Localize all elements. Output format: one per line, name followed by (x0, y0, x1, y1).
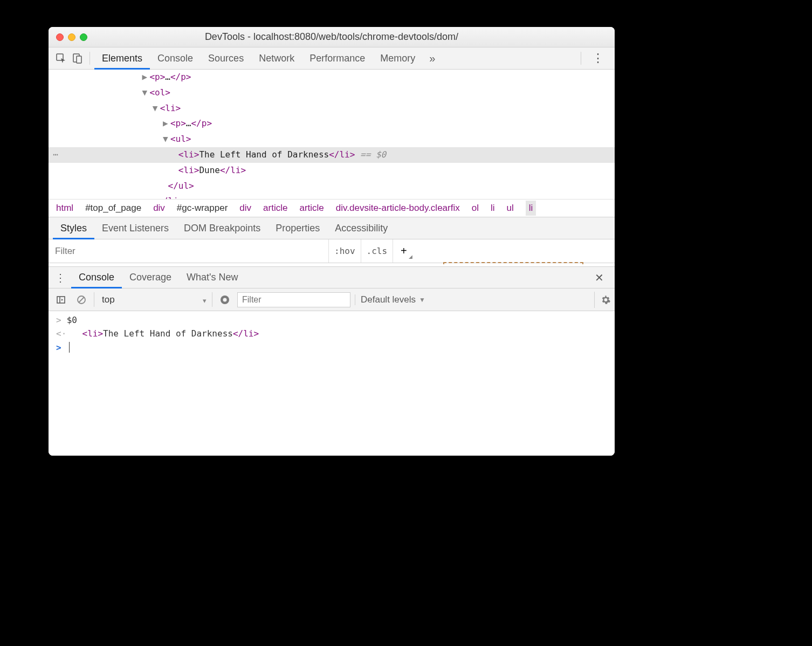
tab-dom-breakpoints[interactable]: DOM Breakpoints (176, 217, 268, 239)
minimize-window-button[interactable] (68, 33, 75, 41)
settings-menu-icon[interactable]: ⋮ (586, 51, 610, 65)
dropdown-indicator-icon: ◢ (409, 254, 412, 259)
tab-console[interactable]: Console (150, 47, 201, 70)
titlebar: DevTools - localhost:8080/web/tools/chro… (49, 27, 615, 47)
more-tabs-button[interactable]: » (423, 52, 442, 65)
crumb-top-of-page[interactable]: #top_of_page (85, 203, 141, 214)
traffic-lights (49, 33, 87, 41)
input-chevron-icon: > (56, 315, 61, 325)
console-filter-input[interactable] (237, 292, 350, 307)
hov-toggle[interactable]: :hov (329, 239, 361, 263)
tab-event-listeners[interactable]: Event Listeners (94, 217, 176, 239)
dom-node[interactable]: ▶<p>…</p> (49, 70, 615, 85)
tab-accessibility[interactable]: Accessibility (327, 217, 395, 239)
svg-rect-2 (77, 56, 81, 63)
tab-performance[interactable]: Performance (302, 47, 373, 70)
crumb-gc-wrapper[interactable]: #gc-wrapper (177, 203, 228, 214)
console-input-line[interactable]: > $0 (49, 313, 615, 327)
chevron-down-icon: ▼ (419, 296, 425, 304)
log-levels-selector[interactable]: Default levels ▼ (355, 294, 431, 305)
close-window-button[interactable] (56, 33, 64, 41)
console-sidebar-toggle-icon[interactable] (53, 292, 69, 308)
styles-filter-row: :hov .cls +◢ (49, 239, 615, 263)
crumb-ul[interactable]: ul (507, 203, 514, 214)
console-settings-icon[interactable] (594, 292, 610, 308)
styles-tab-bar: Styles Event Listeners DOM Breakpoints P… (49, 217, 615, 239)
console-output-line[interactable]: <· <li>The Left Hand of Darkness</li> (49, 327, 615, 340)
crumb-article[interactable]: article (299, 203, 324, 214)
svg-rect-3 (57, 297, 65, 303)
styles-content (49, 263, 615, 266)
separator (90, 52, 90, 65)
crumb-ol[interactable]: ol (472, 203, 479, 214)
drawer-tab-bar: ⋮ Console Coverage What's New ✕ (49, 266, 615, 288)
prompt-chevron-icon: > (56, 342, 61, 353)
tab-network[interactable]: Network (251, 47, 302, 70)
devtools-window: DevTools - localhost:8080/web/tools/chro… (49, 27, 615, 456)
svg-line-6 (79, 297, 84, 303)
separator (581, 52, 581, 65)
crumb-div[interactable]: div (239, 203, 251, 214)
box-model-preview (443, 262, 583, 264)
drawer-tab-console[interactable]: Console (71, 266, 122, 288)
live-expression-icon[interactable] (217, 292, 233, 308)
window-title: DevTools - localhost:8080/web/tools/chro… (49, 31, 615, 43)
crumb-div[interactable]: div (153, 203, 165, 214)
crumb-li[interactable]: li (491, 203, 495, 214)
console-prompt-line[interactable]: > (49, 340, 615, 354)
text-cursor (69, 342, 70, 353)
dom-node[interactable]: </li> (49, 194, 615, 199)
tab-properties[interactable]: Properties (268, 217, 327, 239)
plus-icon: + (401, 245, 407, 257)
dom-node[interactable]: ▼<ul> (49, 132, 615, 147)
drawer-tab-coverage[interactable]: Coverage (122, 266, 179, 288)
context-select[interactable]: top (98, 292, 128, 307)
elements-tree[interactable]: ▶<p>…</p> ▼<ol> ▼<li> ▶<p>…</p> ▼<ul> <l… (49, 70, 615, 199)
drawer-tab-whats-new[interactable]: What's New (179, 266, 245, 288)
crumb-li-selected[interactable]: li (526, 201, 536, 216)
tab-sources[interactable]: Sources (201, 47, 251, 70)
dom-node[interactable]: </ul> (49, 178, 615, 194)
breadcrumb: html #top_of_page div #gc-wrapper div ar… (49, 199, 615, 217)
dom-node-selected[interactable]: <li>The Left Hand of Darkness</li> == $0 (49, 147, 615, 163)
console-input-text: $0 (67, 315, 77, 325)
clear-console-icon[interactable] (73, 292, 90, 308)
context-selector[interactable]: top (94, 292, 212, 307)
console-output-html: <li>The Left Hand of Darkness</li> (72, 328, 259, 339)
tab-elements[interactable]: Elements (94, 47, 150, 70)
tab-styles[interactable]: Styles (53, 217, 94, 239)
output-chevron-icon: <· (56, 328, 66, 339)
styles-filter-input[interactable] (49, 239, 329, 263)
dom-node[interactable]: ▶<p>…</p> (49, 116, 615, 132)
dom-node[interactable]: <li>Dune</li> (49, 163, 615, 178)
dom-node[interactable]: ▼<ol> (49, 85, 615, 101)
main-tab-bar: Elements Console Sources Network Perform… (49, 47, 615, 70)
crumb-div-devsite[interactable]: div.devsite-article-body.clearfix (336, 203, 460, 214)
levels-label: Default levels (361, 294, 416, 305)
inspect-element-icon[interactable] (53, 50, 69, 66)
crumb-html[interactable]: html (56, 203, 73, 214)
tab-memory[interactable]: Memory (373, 47, 423, 70)
cls-toggle[interactable]: .cls (361, 239, 394, 263)
drawer-close-icon[interactable]: ✕ (588, 271, 610, 284)
svg-point-8 (223, 298, 227, 301)
dom-node[interactable]: ▼<li> (49, 101, 615, 116)
console-output[interactable]: > $0 <· <li>The Left Hand of Darkness</l… (49, 311, 615, 456)
zoom-window-button[interactable] (80, 33, 87, 41)
device-toolbar-icon[interactable] (69, 50, 85, 66)
crumb-article[interactable]: article (263, 203, 287, 214)
console-toolbar: top Default levels ▼ (49, 288, 615, 311)
drawer-menu-icon[interactable]: ⋮ (53, 271, 71, 284)
new-style-rule-button[interactable]: +◢ (393, 239, 415, 263)
